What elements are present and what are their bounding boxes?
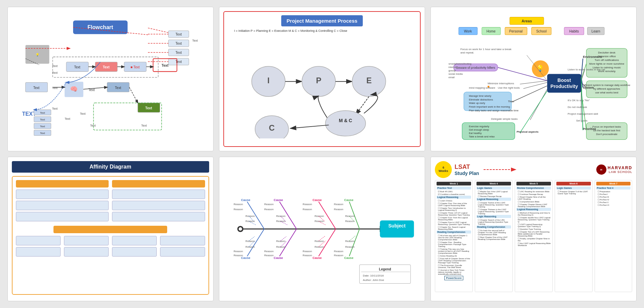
svg-text:Beware of productivity killers: Beware of productivity killers bbox=[457, 66, 495, 69]
sp-header: 6Weeks LSAT Study Plan bbox=[435, 161, 632, 178]
svg-text:Reason: Reason bbox=[314, 240, 324, 243]
main-grid: Flowchart Text Text Text Text Te bbox=[7, 7, 637, 301]
svg-text:Cause: Cause bbox=[344, 198, 353, 202]
svg-line-76 bbox=[290, 125, 329, 128]
sp-lc4-i1: ☐ Maybe Get 4 the LSAT Logical Reasoning… bbox=[476, 190, 511, 195]
svg-text:Delegate simple tasks: Delegate simple tasks bbox=[491, 117, 518, 120]
svg-text:Text: Text bbox=[40, 132, 45, 135]
affinity-card: Affinity Diagram bbox=[7, 157, 214, 301]
svg-text:More lights or more sunshine: More lights or more sunshine bbox=[589, 62, 624, 65]
svg-text:Reason: Reason bbox=[334, 203, 343, 206]
svg-text:gossip: gossip bbox=[448, 69, 456, 72]
svg-point-170 bbox=[239, 227, 242, 230]
sp-lr1: Logical Reasoning bbox=[437, 196, 471, 199]
sp-lr4: Logical Reasoning bbox=[476, 198, 511, 201]
affinity-bottom-7 bbox=[112, 247, 157, 257]
flowchart-card: Flowchart Text Text Text Text Te bbox=[7, 7, 214, 151]
sp-bc5: Review Comprehension bbox=[516, 186, 551, 190]
sp-lg6-i1: ☐ Practice Chapter 5 of the LSAT Game Ty… bbox=[556, 190, 591, 195]
sp-bc5-i1: ☐ LRC Reading for extension Bible bbox=[516, 190, 551, 193]
svg-text:Eat healthy: Eat healthy bbox=[469, 132, 482, 135]
sp-lr4-i1: ☐ Chapter Twelve of the LSAT Logical Rea… bbox=[476, 201, 511, 208]
sp-week-5-col: Week 5 Review Comprehension ☐ LRC Readin… bbox=[515, 180, 553, 292]
sp-lr5-i6: ☐ Finally, complete Chapter Nine in the bbox=[516, 237, 551, 242]
mindmap-svg: Areas Work Home Personal School Habits L… bbox=[435, 11, 632, 147]
svg-text:Text: Text bbox=[40, 111, 45, 114]
affinity-item-4 bbox=[112, 190, 205, 199]
sp-pt7-i1: ☐ Preparation bbox=[596, 190, 631, 193]
affinity-bottom-row bbox=[16, 236, 205, 245]
svg-text:I: I bbox=[267, 76, 270, 85]
svg-text:Text: Text bbox=[175, 32, 182, 36]
harvard-text: HARVARD LAW SCHOOL bbox=[608, 166, 632, 174]
sp-bc5-i5: ☐ Chapter Chapter Eleven LSAT Reading Co… bbox=[516, 203, 551, 207]
fishbone-container: Subject Cause Reason Reason Reason Reaso… bbox=[223, 161, 421, 297]
sp-lg6: Logic Games bbox=[556, 186, 591, 190]
svg-text:School: School bbox=[536, 29, 547, 33]
svg-text:Exercise regularly: Exercise regularly bbox=[469, 125, 489, 128]
svg-text:Reason: Reason bbox=[264, 250, 274, 253]
sp-pt7: Practice Test 4 bbox=[596, 186, 631, 190]
sp-rc4-i2: ☐ Rest Chapter Five of the LSAT Reading … bbox=[476, 236, 511, 240]
affinity-bottom-2 bbox=[64, 236, 109, 245]
svg-text:social media: social media bbox=[448, 72, 463, 75]
svg-line-44 bbox=[83, 87, 107, 89]
sp-lgg4-i1: ☐ Chapter Search of the LRG Logical Reas… bbox=[476, 219, 511, 225]
svg-text:Text: Text bbox=[175, 60, 182, 64]
sp-rc4-i1: ☐ Go back the second half of Chapter 4 i… bbox=[476, 229, 511, 236]
sp-lr5: Logical Reasoning bbox=[516, 208, 551, 211]
fishbone-card: Subject Cause Reason Reason Reason Reaso… bbox=[219, 157, 425, 301]
sp-rc1-i5: ☐ First half of Chapter Seven of the LSA… bbox=[437, 257, 471, 264]
svg-text:Text: Text bbox=[90, 124, 96, 127]
svg-text:💡: 💡 bbox=[536, 65, 544, 72]
svg-text:try different approaches: try different approaches bbox=[594, 87, 620, 90]
svg-text:Legend: Legend bbox=[379, 267, 391, 271]
sp-lr1-i1: ☐ Learn One(s) bbox=[437, 199, 471, 202]
affinity-bottom-1 bbox=[16, 236, 61, 245]
sp-icon: 6Weeks bbox=[435, 161, 452, 178]
svg-text:Declutter desk: Declutter desk bbox=[598, 51, 616, 54]
svg-text:Reason: Reason bbox=[345, 245, 355, 248]
affinity-bottom-row-2 bbox=[16, 247, 205, 257]
svg-text:Project management skill: Project management skill bbox=[568, 112, 598, 115]
svg-text:Do the hardest task first: Do the hardest task first bbox=[593, 129, 620, 132]
sp-lr5-i5: ☐ Chapter Two of LSAT Reasoning Bible (a… bbox=[516, 230, 551, 237]
svg-text:Wake up early: Wake up early bbox=[469, 102, 485, 105]
sp-week-5-header: Week 5 bbox=[516, 182, 551, 185]
affinity-col-left bbox=[16, 180, 109, 223]
sp-pt7-i6: ☐ ProTest VI bbox=[596, 204, 631, 206]
svg-text:Date: 10/11/2016: Date: 10/11/2016 bbox=[363, 274, 384, 277]
svg-text:Text: Text bbox=[103, 65, 110, 69]
svg-text:smartphones/texting: smartphones/texting bbox=[448, 62, 471, 65]
svg-text:Use the right tools: Use the right tools bbox=[498, 86, 520, 89]
svg-text:Text: Text bbox=[52, 86, 58, 90]
sp-rc1-i4: ☐ Active Reading (3) bbox=[437, 255, 471, 257]
svg-text:Boost: Boost bbox=[557, 78, 571, 83]
sp-week-1-col: Week 1 Practice Test ☑ Built 4/5 2001 ☑ … bbox=[435, 180, 473, 292]
svg-text:💡: 💡 bbox=[35, 53, 39, 57]
svg-text:C: C bbox=[269, 123, 274, 132]
svg-text:Reason: Reason bbox=[234, 250, 243, 253]
sp-week-6-col: Week 6 Logic Games ☐ Practice Chapter 5 … bbox=[555, 180, 593, 292]
affinity-container: Affinity Diagram bbox=[12, 161, 209, 297]
svg-text:Cause: Cause bbox=[312, 256, 321, 260]
pm-legend: I = Initiation P = Planning E = Executio… bbox=[227, 29, 417, 32]
svg-text:Text: Text bbox=[52, 71, 58, 74]
affinity-item-3 bbox=[16, 212, 109, 221]
affinity-label-1 bbox=[16, 180, 109, 188]
affinity-col-right bbox=[112, 180, 205, 223]
svg-text:Focus on work for 1 hour and t: Focus on work for 1 hour and take a brea… bbox=[461, 48, 512, 51]
sp-pt1-item1: ☑ Built 4/5 2001 bbox=[437, 190, 471, 193]
svg-text:E: E bbox=[366, 76, 372, 85]
svg-text:Eliminate distractions: Eliminate distractions bbox=[469, 98, 493, 101]
svg-text:Reason: Reason bbox=[303, 254, 312, 257]
affinity-item-2 bbox=[16, 201, 109, 210]
svg-text:use what works best: use what works best bbox=[595, 91, 619, 94]
sp-bc5-i2: ☐ Continue Passage Recap bbox=[516, 193, 551, 195]
sp-week-1-header: Week 1 bbox=[437, 182, 471, 185]
mindmap-container: Areas Work Home Personal School Habits L… bbox=[435, 11, 632, 147]
svg-text:internet: internet bbox=[448, 66, 457, 69]
svg-text:Listen to audio books in the c: Listen to audio books in the car bbox=[568, 68, 605, 71]
sp-title: LSAT bbox=[454, 163, 479, 171]
svg-text:Text: Text bbox=[74, 65, 80, 69]
